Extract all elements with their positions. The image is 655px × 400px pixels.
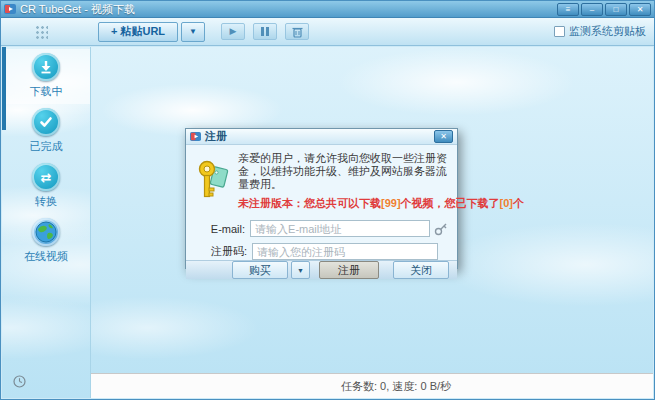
key-icon bbox=[196, 159, 232, 201]
content-area: 下载中 已完成 ⇄ 转换 bbox=[2, 47, 653, 398]
scheduler-clock-icon[interactable] bbox=[13, 374, 26, 392]
sidebar-item-label: 已完成 bbox=[30, 139, 63, 154]
sidebar: 下载中 已完成 ⇄ 转换 bbox=[2, 47, 90, 398]
status-bar: 任务数: 0, 速度: 0 B/秒 bbox=[91, 373, 653, 398]
close-icon[interactable]: ✕ bbox=[629, 3, 651, 16]
delete-button[interactable] bbox=[285, 23, 309, 40]
window-controls: ≡ – □ ✕ bbox=[557, 3, 651, 16]
regcode-label: 注册码: bbox=[194, 244, 252, 259]
paste-url-dropdown-icon[interactable]: ▼ bbox=[181, 22, 205, 42]
dialog-intro-text: 亲爱的用户，请允许我向您收取一些注册资金，以维持功能升级、维护及网站服务器流量费… bbox=[238, 152, 450, 191]
pause-button[interactable] bbox=[253, 23, 277, 40]
pause-icon bbox=[261, 27, 269, 36]
dialog-title: 注册 bbox=[205, 129, 227, 144]
regcode-field[interactable] bbox=[252, 243, 438, 260]
registration-dialog: 注册 ✕ 亲爱的用户，请允许我向您收取一些注册资金，以维持功能升级、维护及网站服… bbox=[185, 128, 458, 269]
toolbar: + 粘贴URL ▼ ▶ 监测系统剪贴板 bbox=[1, 18, 654, 46]
paste-url-button[interactable]: + 粘贴URL bbox=[98, 22, 178, 42]
menu-icon[interactable]: ≡ bbox=[557, 3, 579, 16]
sidebar-item-online-video[interactable]: 在线视频 bbox=[2, 214, 90, 269]
sidebar-item-convert[interactable]: ⇄ 转换 bbox=[2, 159, 90, 214]
email-row: E-mail: bbox=[194, 220, 449, 237]
start-button[interactable]: ▶ bbox=[221, 23, 245, 40]
buy-button[interactable]: 购买 bbox=[232, 261, 288, 279]
dialog-body: 亲爱的用户，请允许我向您收取一些注册资金，以维持功能升级、维护及网站服务器流量费… bbox=[186, 145, 457, 260]
window-titlebar[interactable]: CR TubeGet - 视频下载 ≡ – □ ✕ bbox=[1, 1, 654, 18]
sidebar-item-downloading[interactable]: 下载中 bbox=[2, 49, 90, 104]
download-icon bbox=[32, 53, 60, 81]
monitor-clipboard-checkbox[interactable]: 监测系统剪贴板 bbox=[554, 24, 646, 39]
get-key-button[interactable] bbox=[434, 221, 449, 237]
regcode-row: 注册码: bbox=[194, 243, 449, 260]
sidebar-item-label: 在线视频 bbox=[24, 249, 68, 264]
toolbar-grip-icon[interactable] bbox=[35, 25, 48, 39]
dialog-warning-text: 未注册版本：您总共可以下载[99]个视频，您已下载了[0]个 bbox=[238, 196, 449, 211]
close-dialog-button[interactable]: 关闭 bbox=[393, 261, 449, 279]
sidebar-item-completed[interactable]: 已完成 bbox=[2, 104, 90, 159]
play-icon: ▶ bbox=[230, 27, 237, 36]
email-field[interactable] bbox=[250, 220, 430, 237]
minimize-icon[interactable]: – bbox=[581, 3, 603, 16]
dialog-footer: 购买 ▼ 注册 关闭 bbox=[186, 260, 457, 279]
app-icon bbox=[4, 3, 16, 15]
globe-icon bbox=[32, 218, 60, 246]
monitor-clipboard-label: 监测系统剪贴板 bbox=[569, 24, 646, 39]
status-text: 任务数: 0, 速度: 0 B/秒 bbox=[341, 379, 451, 394]
convert-arrows-icon: ⇄ bbox=[32, 163, 60, 191]
buy-dropdown-icon[interactable]: ▼ bbox=[291, 261, 310, 279]
dialog-close-icon[interactable]: ✕ bbox=[434, 130, 453, 143]
paste-url-group: + 粘贴URL ▼ bbox=[98, 22, 205, 42]
window-title: CR TubeGet - 视频下载 bbox=[20, 2, 135, 17]
trash-icon bbox=[292, 26, 303, 38]
dialog-titlebar[interactable]: 注册 ✕ bbox=[186, 129, 457, 145]
dialog-icon bbox=[190, 131, 201, 142]
email-label: E-mail: bbox=[194, 223, 250, 235]
task-action-buttons: ▶ bbox=[221, 23, 309, 40]
checkbox-icon[interactable] bbox=[554, 26, 565, 37]
sidebar-item-label: 转换 bbox=[35, 194, 57, 209]
sidebar-item-label: 下载中 bbox=[30, 84, 63, 99]
downloaded-count-value: [0] bbox=[500, 197, 513, 209]
main-panel: 任务数: 0, 速度: 0 B/秒 注册 ✕ bbox=[90, 47, 653, 398]
small-key-icon bbox=[434, 222, 448, 236]
app-window: CR TubeGet - 视频下载 ≡ – □ ✕ + 粘贴URL ▼ ▶ bbox=[0, 0, 655, 400]
maximize-icon[interactable]: □ bbox=[605, 3, 627, 16]
download-limit-value: [99] bbox=[381, 197, 401, 209]
check-icon bbox=[32, 108, 60, 136]
register-button[interactable]: 注册 bbox=[319, 261, 379, 279]
